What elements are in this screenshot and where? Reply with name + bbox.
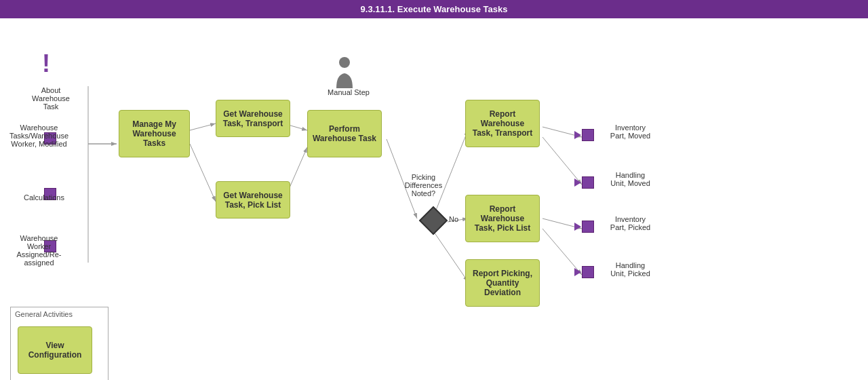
flow-diagram-svg xyxy=(0,18,868,380)
arrow-inventory-moved xyxy=(574,131,581,139)
svg-point-16 xyxy=(339,57,350,68)
page-title: 9.3.11.1. Execute Warehouse Tasks xyxy=(361,4,508,14)
view-configuration-text: ViewConfiguration xyxy=(28,341,82,360)
get-warehouse-task-picklist-box[interactable]: Get WarehouseTask, Pick List xyxy=(216,181,290,218)
manual-step-person-icon xyxy=(332,56,357,91)
picking-differences-label: PickingDifferencesNoted? xyxy=(398,173,449,197)
report-picking-quantity-deviation-text: Report Picking,QuantityDeviation xyxy=(473,269,532,297)
handling-unit-picked-icon xyxy=(582,266,594,278)
arrow-handling-picked xyxy=(574,268,581,276)
report-warehouse-task-transport-box[interactable]: ReportWarehouseTask, Transport xyxy=(465,100,540,147)
handling-unit-moved-label: HandlingUnit, Moved xyxy=(598,171,663,187)
view-configuration-box[interactable]: ViewConfiguration xyxy=(18,326,92,374)
inventory-part-moved-icon xyxy=(582,129,594,141)
general-activities-box: General Activities ViewConfiguration xyxy=(10,307,108,380)
svg-line-13 xyxy=(542,137,582,185)
inventory-part-picked-label: InventoryPart, Picked xyxy=(598,215,663,231)
handling-unit-moved-icon xyxy=(582,176,594,189)
decision-diamond xyxy=(419,206,448,235)
perform-warehouse-task-box[interactable]: PerformWarehouse Task xyxy=(307,110,382,157)
inventory-part-picked-icon xyxy=(582,221,594,233)
get-warehouse-task-transport-text: Get WarehouseTask, Transport xyxy=(223,109,283,128)
manual-step-label: Manual Step xyxy=(321,88,376,96)
svg-line-4 xyxy=(190,124,216,130)
svg-line-11 xyxy=(434,232,468,282)
main-content: ! AboutWarehouseTask WarehouseTasks/Ware… xyxy=(0,18,868,380)
report-warehouse-task-picklist-box[interactable]: ReportWarehouseTask, Pick List xyxy=(465,195,540,242)
get-warehouse-task-picklist-text: Get WarehouseTask, Pick List xyxy=(223,191,283,210)
about-warehouse-task-icon: ! xyxy=(42,50,50,78)
inventory-part-moved-label: InventoryPart, Moved xyxy=(598,124,663,140)
arrow-handling-moved xyxy=(574,178,581,187)
no-label: No xyxy=(449,215,458,223)
handling-unit-picked-label: HandlingUnit, Picked xyxy=(598,261,663,278)
report-warehouse-task-picklist-text: ReportWarehouseTask, Pick List xyxy=(475,204,530,233)
about-warehouse-task-label: AboutWarehouseTask xyxy=(20,86,81,111)
report-picking-quantity-deviation-box[interactable]: Report Picking,QuantityDeviation xyxy=(465,259,540,307)
calculations-label: Calculations xyxy=(14,193,75,202)
manage-my-warehouse-tasks-text: Manage My Warehouse Tasks xyxy=(123,119,185,148)
get-warehouse-task-transport-box[interactable]: Get WarehouseTask, Transport xyxy=(216,100,290,137)
report-warehouse-task-transport-text: ReportWarehouseTask, Transport xyxy=(473,109,532,138)
arrow-inventory-picked xyxy=(574,223,581,231)
perform-warehouse-task-text: PerformWarehouse Task xyxy=(313,124,376,143)
manage-my-warehouse-tasks-box[interactable]: Manage My Warehouse Tasks xyxy=(119,110,190,157)
general-activities-title: General Activities xyxy=(11,307,108,321)
page-header: 9.3.11.1. Execute Warehouse Tasks xyxy=(0,0,868,18)
svg-line-5 xyxy=(190,144,216,202)
warehouse-tasks-worker-label: WarehouseTasks/WarehouseWorker, Modified xyxy=(3,124,75,148)
warehouse-worker-assigned-label: WarehouseWorkerAssigned/Re-assigned xyxy=(3,234,75,267)
